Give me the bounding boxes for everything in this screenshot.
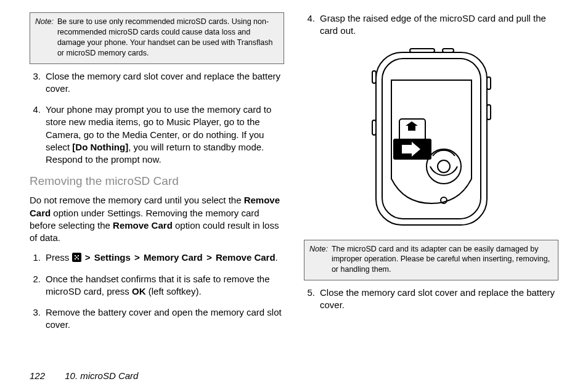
svg-rect-2 — [372, 71, 376, 83]
step-number: 4. — [304, 12, 320, 38]
svg-rect-0 — [376, 52, 487, 225]
svg-point-9 — [438, 160, 450, 173]
step-number: 5. — [304, 287, 320, 312]
removing-steps-continued: 4. Grasp the raised edge of the microSD … — [304, 12, 558, 38]
breadcrumb-separator: > — [133, 252, 141, 263]
step-number: 2. — [30, 273, 46, 298]
menu-icon — [72, 253, 81, 262]
note-box-2: Note: The microSD card and its adapter c… — [304, 240, 558, 281]
step-number: 3. — [30, 306, 46, 332]
page-footer: 122 10. microSD Card — [30, 370, 138, 381]
note-label: Note: — [309, 244, 328, 276]
step-text: Your phone may prompt you to use the mem… — [46, 104, 284, 166]
svg-point-8 — [427, 149, 461, 184]
remove-step-2: 2. Once the handset confirms that it is … — [30, 273, 284, 298]
note-label: Note: — [35, 17, 54, 59]
breadcrumb-separator: > — [205, 252, 213, 263]
do-nothing-label: [Do Nothing] — [72, 142, 128, 152]
install-steps-continued: 3. Close the memory card slot cover and … — [30, 70, 284, 166]
breadcrumb-separator: > — [84, 252, 92, 263]
memory-card-label: Memory Card — [144, 252, 203, 263]
svg-rect-7 — [443, 49, 454, 52]
section-heading-removing: Removing the microSD Card — [30, 174, 284, 188]
remove-step-3: 3. Remove the battery cover and open the… — [30, 306, 284, 332]
page-number: 122 — [30, 370, 45, 381]
svg-rect-6 — [410, 49, 435, 52]
phone-back-illustration — [364, 46, 499, 231]
removing-intro-paragraph: Do not remove the memory card until you … — [30, 194, 284, 244]
remove-step-5: 5. Close the memory card slot cover and … — [304, 287, 558, 312]
left-column: Note: Be sure to use only recommended mi… — [30, 12, 284, 345]
step-text: Close the memory card slot cover and rep… — [46, 70, 284, 96]
note-text: The microSD card and its adapter can be … — [332, 244, 553, 276]
step-text: Remove the battery cover and open the me… — [46, 306, 284, 332]
svg-rect-5 — [487, 105, 491, 120]
settings-label: Settings — [94, 252, 131, 263]
removing-steps: 1. Press > Settings > Memory Card > Remo… — [30, 251, 284, 331]
step-3: 3. Close the memory card slot cover and … — [30, 70, 284, 96]
svg-rect-3 — [372, 120, 376, 135]
step-number: 4. — [30, 104, 46, 166]
note-text: Be sure to use only recommended microSD … — [57, 17, 279, 59]
right-column: 4. Grasp the raised edge of the microSD … — [304, 12, 558, 345]
step-text: Close the memory card slot cover and rep… — [320, 287, 558, 312]
svg-rect-4 — [487, 77, 491, 89]
remove-step-4: 4. Grasp the raised edge of the microSD … — [304, 12, 558, 38]
note-box-1: Note: Be sure to use only recommended mi… — [30, 12, 284, 64]
remove-card-label: Remove Card — [216, 252, 276, 263]
step-text: Press > Settings > Memory Card > Remove … — [46, 251, 284, 264]
step-text: Grasp the raised edge of the microSD car… — [320, 12, 558, 38]
step-number: 3. — [30, 70, 46, 96]
ok-label: OK — [132, 286, 146, 296]
step-4: 4. Your phone may prompt you to use the … — [30, 104, 284, 166]
footer-title: 10. microSD Card — [65, 370, 138, 381]
step-number: 1. — [30, 251, 46, 264]
step-text: Once the handset confirms that it is saf… — [46, 273, 284, 298]
remove-step-1: 1. Press > Settings > Memory Card > Remo… — [30, 251, 284, 264]
removing-steps-final: 5. Close the memory card slot cover and … — [304, 287, 558, 312]
